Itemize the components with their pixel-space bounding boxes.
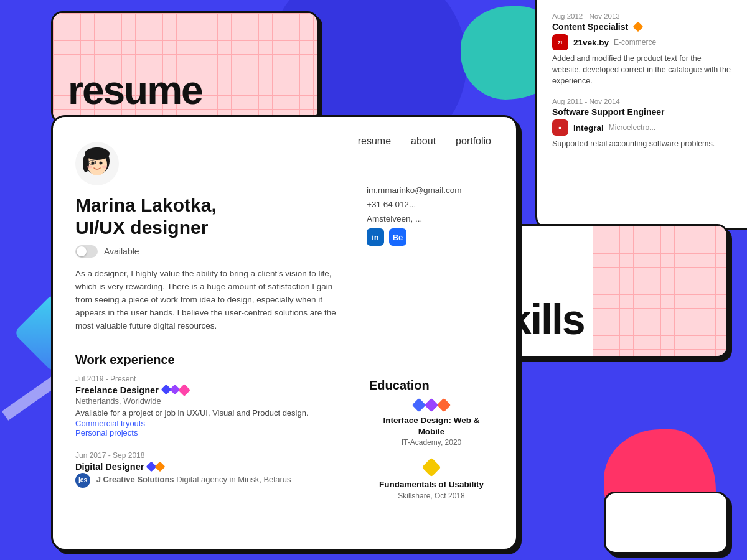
bio-text: As a designer, I highly value the abilit… xyxy=(75,268,337,333)
bottom-right-card xyxy=(604,492,728,554)
exp-company-row-2: ■ Integral Microelectro... xyxy=(552,119,732,136)
company-logo-21vek: 21 xyxy=(552,34,568,50)
work-section-title: Work experience xyxy=(75,353,494,367)
contact-column: im.mmarinko@gmail.com +31 64 012... Amst… xyxy=(367,185,491,246)
edu-sub-1: IT-Academy, 2020 xyxy=(369,438,494,447)
avatar xyxy=(75,142,119,185)
edu-gem-purple xyxy=(425,398,439,413)
orange-diamond-icon xyxy=(633,22,644,32)
edu-gem-orange xyxy=(437,398,451,413)
nav-portfolio[interactable]: portfolio xyxy=(456,136,491,147)
linkedin-icon[interactable]: in xyxy=(367,228,384,246)
nav-resume[interactable]: resume xyxy=(358,136,391,147)
edu-sub-2: Skillshare, Oct 2018 xyxy=(369,492,494,500)
gem-decoration-2 xyxy=(148,463,164,470)
resume-title-card: resume xyxy=(51,11,319,123)
company-name-1: 21vek.by xyxy=(573,38,609,47)
contact-phone: +31 64 012... xyxy=(367,200,491,209)
main-resume-panel: resume about portfolio xyxy=(51,115,518,551)
behance-icon[interactable]: Bē xyxy=(389,228,406,246)
company-name-2: Integral xyxy=(573,123,604,133)
availability-toggle[interactable] xyxy=(75,245,98,258)
gem-orange-2 xyxy=(155,461,166,472)
exp-title-2: Software Support Engineer xyxy=(552,107,732,117)
company-sub-2: Microelectro... xyxy=(609,123,655,132)
edu-entry-2: Fundamentals of Usability Skillshare, Oc… xyxy=(369,460,494,500)
exp-title-1: Content Specialist xyxy=(552,22,732,32)
edu-section-title: Education xyxy=(369,378,494,393)
contact-location: Amstelveen, ... xyxy=(367,214,491,223)
exp-date-1: Aug 2012 - Nov 2013 xyxy=(552,12,732,20)
avatar-svg xyxy=(76,142,118,185)
main-nav: resume about portfolio xyxy=(358,136,491,147)
resume-card-title: resume xyxy=(68,70,202,110)
svg-point-2 xyxy=(85,147,110,160)
svg-point-3 xyxy=(83,155,89,172)
svg-point-8 xyxy=(102,166,107,169)
gem-pink xyxy=(178,384,190,396)
edu-gem-multi-1 xyxy=(369,400,494,410)
avatar-area xyxy=(75,142,494,185)
exp-entry-content-specialist: Aug 2012 - Nov 2013 Content Specialist 2… xyxy=(552,12,732,86)
exp-entry-software-engineer: Aug 2011 - Nov 2014 Software Support Eng… xyxy=(552,98,732,149)
svg-point-7 xyxy=(87,166,92,169)
company-sub-1: E-commerce xyxy=(614,38,656,47)
exp-desc-2: Supported retail accounting software pro… xyxy=(552,138,732,149)
availability-toggle-row: Available xyxy=(75,245,494,258)
edu-title-2: Fundamentals of Usability xyxy=(369,479,494,490)
education-section: Education Interface Design: Web & Mobile… xyxy=(369,378,494,514)
svg-point-5 xyxy=(100,162,103,165)
exp-date-2: Aug 2011 - Nov 2014 xyxy=(552,98,732,105)
toggle-label: Available xyxy=(104,246,139,256)
edu-entry-1: Interface Design: Web & Mobile IT-Academ… xyxy=(369,400,494,447)
gem-decoration-1 xyxy=(162,386,189,394)
contact-email: im.mmarinko@gmail.com xyxy=(367,185,491,195)
toggle-thumb xyxy=(77,246,87,256)
exp-company-row-1: 21 21vek.by E-commerce xyxy=(552,34,732,50)
jcs-logo: jcs xyxy=(75,473,90,488)
edu-gem-yellow xyxy=(421,458,441,477)
exp-desc-1: Added and modified the product text for … xyxy=(552,53,732,86)
company-logo-integral: ■ xyxy=(552,119,568,136)
edu-title-1: Interface Design: Web & Mobile xyxy=(369,415,494,437)
right-experience-panel: Aug 2012 - Nov 2013 Content Specialist 2… xyxy=(535,0,747,230)
nav-about[interactable]: about xyxy=(411,136,436,147)
social-links-row: in Bē xyxy=(367,228,491,246)
edu-gem-blue xyxy=(412,398,426,413)
